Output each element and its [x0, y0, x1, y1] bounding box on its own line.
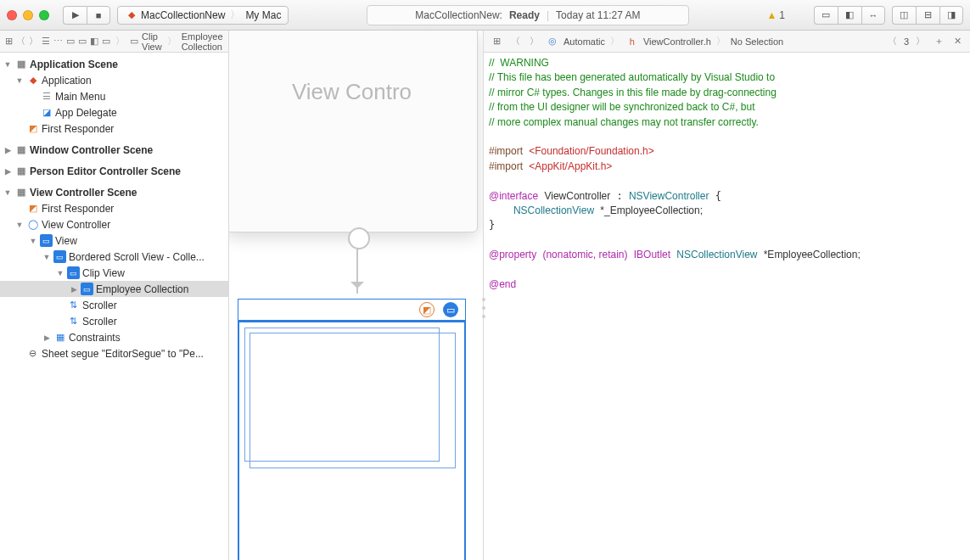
toggle-utilities[interactable]: ◨ [939, 6, 963, 25]
scene-dock[interactable]: ◩ ▭ [238, 299, 466, 321]
app-icon: ◆ [125, 8, 137, 21]
editor-mode-standard[interactable]: ▭ [814, 6, 838, 25]
item-application[interactable]: ▼◆Application [0, 72, 228, 88]
interface-builder-canvas[interactable]: View Contro ◩ ▭ [229, 31, 484, 560]
item-app-delegate[interactable]: ◪App Delegate [0, 104, 228, 120]
window-controls [7, 10, 49, 20]
scene-window-controller[interactable]: ▶▦Window Controller Scene [0, 142, 228, 158]
item-segue[interactable]: ⊖Sheet segue "EditorSegue" to "Pe... [0, 345, 228, 361]
crumb-no-selection[interactable]: No Selection [731, 36, 783, 47]
view-controller-dock-icon[interactable]: ▭ [443, 302, 458, 317]
scheme-name: MacCollectionNew [141, 9, 225, 21]
item-constraints[interactable]: ▶▦Constraints [0, 329, 228, 345]
toggle-navigator[interactable]: ◫ [892, 6, 916, 25]
automatic-icon: ◎ [545, 34, 560, 49]
warning-icon: ▲ [766, 9, 777, 21]
forward-button[interactable]: 〉 [29, 34, 38, 49]
forward-button[interactable]: 〉 [526, 34, 541, 49]
outline-tree: ▼▦Application Scene ▼◆Application ☰Main … [0, 53, 228, 560]
outline-icon[interactable]: ☰ [42, 34, 50, 49]
view-controller-thumbnail: View Contro [229, 31, 478, 232]
item-scroller-2[interactable]: ⇅Scroller [0, 313, 228, 329]
item-scroller-1[interactable]: ⇅Scroller [0, 297, 228, 313]
collection-item-outline-2 [250, 333, 456, 468]
warning-count: 1 [779, 9, 785, 21]
zoom-window-button[interactable] [39, 10, 49, 20]
item-main-menu[interactable]: ☰Main Menu [0, 88, 228, 104]
counter-prev[interactable]: 〈 [885, 34, 900, 49]
item-view-controller[interactable]: ▼◯View Controller [0, 216, 228, 232]
crumb-employee-collection[interactable]: Employee Collection [182, 31, 223, 52]
source-editor[interactable]: // WARNING // This file has been generat… [484, 53, 970, 560]
crumb-file[interactable]: ViewController.h [643, 36, 711, 47]
item-clip-view[interactable]: ▼▭Clip View [0, 265, 228, 281]
item-bordered-scroll-view[interactable]: ▼▭Bordered Scroll View - Colle... [0, 249, 228, 265]
status-time: Today at 11:27 AM [556, 9, 640, 21]
segue-arrow [356, 243, 358, 294]
assistant-editor-panel: ⊞ 〈 〉 ◎ Automatic 〉 h ViewController.h 〉… [484, 31, 970, 560]
warnings-indicator[interactable]: ▲ 1 [766, 9, 785, 21]
item-view[interactable]: ▼▭View [0, 232, 228, 249]
scheme-selector[interactable]: ◆ MacCollectionNew 〉 My Mac [117, 6, 289, 25]
scene-person-editor[interactable]: ▶▦Person Editor Controller Scene [0, 163, 228, 179]
main-toolbar: ▶ ■ ◆ MacCollectionNew 〉 My Mac MacColle… [0, 0, 970, 31]
back-button[interactable]: 〈 [507, 34, 523, 49]
editor-mode-version[interactable]: ↔ [861, 6, 885, 25]
status-project: MacCollectionNew: [415, 9, 502, 21]
item-first-responder-1[interactable]: ◩First Responder [0, 120, 228, 137]
selected-collection-view[interactable] [238, 321, 466, 560]
item-employee-collection[interactable]: ▶▭Employee Collection [0, 281, 228, 297]
canvas-title: View Contro [292, 79, 412, 105]
scheme-destination: My Mac [245, 9, 281, 21]
crumb-automatic[interactable]: Automatic [563, 36, 605, 47]
item-first-responder-2[interactable]: ◩First Responder [0, 200, 228, 216]
counter-next[interactable]: 〉 [912, 34, 928, 49]
close-window-button[interactable] [7, 10, 17, 20]
add-assistant-button[interactable]: ＋ [931, 34, 946, 49]
activity-status: MacCollectionNew: Ready | Today at 11:27… [367, 5, 689, 25]
counterpart-counter: 3 [904, 36, 909, 47]
related-items-icon[interactable]: ⊞ [489, 34, 504, 49]
minimize-window-button[interactable] [23, 10, 33, 20]
first-responder-dock-icon[interactable]: ◩ [419, 302, 435, 317]
scene-view-controller[interactable]: ▼▦View Controller Scene [0, 184, 228, 200]
editor-mode-assistant[interactable]: ◧ [838, 6, 861, 25]
scene-application[interactable]: ▼▦Application Scene [0, 56, 228, 72]
crumb-clip-view[interactable]: Clip View [142, 31, 162, 52]
document-outline-panel: ⊞ 〈 〉 ☰ ⋯ ▭ ▭ ◧ ▭ 〉 ▭ Clip View 〉 Employ… [0, 31, 229, 560]
left-jump-bar: ⊞ 〈 〉 ☰ ⋯ ▭ ▭ ◧ ▭ 〉 ▭ Clip View 〉 Employ… [0, 31, 228, 53]
run-button[interactable]: ▶ [63, 6, 87, 25]
related-items-icon[interactable]: ⊞ [5, 34, 13, 49]
clip-view-icon: ▭ [130, 34, 138, 49]
close-assistant-button[interactable]: ✕ [950, 34, 965, 49]
status-state: Ready [509, 9, 540, 21]
split-grip[interactable] [480, 295, 487, 321]
right-jump-bar: ⊞ 〈 〉 ◎ Automatic 〉 h ViewController.h 〉… [484, 31, 970, 53]
stop-button[interactable]: ■ [87, 6, 110, 25]
back-button[interactable]: 〈 [16, 34, 25, 49]
header-file-icon: h [625, 34, 640, 49]
toggle-debug-area[interactable]: ⊟ [916, 6, 939, 25]
